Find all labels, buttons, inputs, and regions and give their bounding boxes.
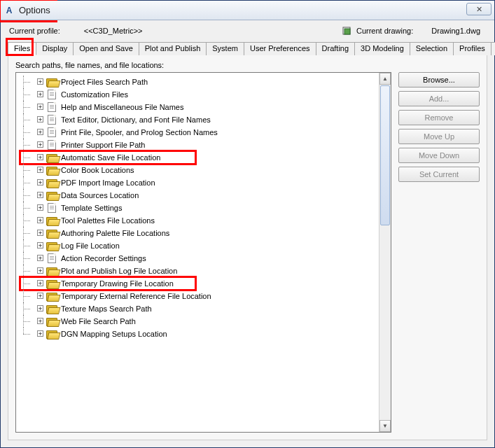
- tab-userpref[interactable]: User Preferences: [244, 42, 316, 55]
- folder-open-icon: [46, 190, 57, 200]
- tree-item[interactable]: +Text Editor, Dictionary, and Font File …: [18, 113, 389, 126]
- expand-icon[interactable]: +: [37, 255, 43, 261]
- tree-lines: [18, 239, 37, 252]
- expand-icon[interactable]: +: [37, 204, 43, 211]
- tab-drafting[interactable]: Drafting: [316, 42, 356, 55]
- tree-item-label: Template Settings: [61, 202, 122, 214]
- expand-icon[interactable]: +: [37, 91, 43, 97]
- tree-item[interactable]: +Web File Search Path: [18, 315, 389, 328]
- tab-files[interactable]: Files: [8, 42, 36, 55]
- tab-aec[interactable]: AEC Editor: [491, 42, 495, 55]
- tree-item[interactable]: +Customization Files: [18, 88, 389, 101]
- tree-lines: [18, 176, 37, 189]
- remove-button[interactable]: Remove: [398, 110, 480, 125]
- tree-item-label: Web File Search Path: [61, 315, 136, 328]
- drawing-label: Current drawing:: [356, 27, 413, 35]
- tree-item-label: Text Editor, Dictionary, and Font File N…: [61, 113, 211, 126]
- side-buttons: Browse... Add... Remove Move Up Move Dow…: [398, 72, 480, 433]
- movedown-button[interactable]: Move Down: [398, 148, 480, 163]
- file-icon: [46, 115, 57, 125]
- folder-open-icon: [46, 304, 57, 314]
- tree-item[interactable]: +Tool Palettes File Locations: [18, 214, 389, 227]
- expand-icon[interactable]: +: [37, 230, 43, 236]
- vertical-scrollbar[interactable]: ▲ ▼: [379, 73, 391, 432]
- tree-item-label: Customization Files: [61, 88, 128, 101]
- tree-item[interactable]: +Action Recorder Settings: [18, 252, 389, 265]
- tree-item[interactable]: +Temporary External Reference File Locat…: [18, 290, 389, 302]
- expand-icon[interactable]: +: [37, 217, 43, 223]
- tab-selection[interactable]: Selection: [410, 42, 454, 55]
- tree-item[interactable]: +DGN Mapping Setups Location: [18, 328, 389, 340]
- titlebar: A Options ✕: [1, 1, 494, 20]
- scroll-down-icon[interactable]: ▼: [379, 420, 391, 432]
- browse-button[interactable]: Browse...: [398, 72, 480, 88]
- expand-icon[interactable]: +: [37, 179, 43, 186]
- tab-plot[interactable]: Plot and Publish: [139, 42, 207, 55]
- tree-lines: [18, 214, 37, 227]
- tree-lines: [18, 164, 37, 176]
- tree-item[interactable]: +Plot and Publish Log File Location: [18, 265, 389, 277]
- expand-icon[interactable]: +: [37, 167, 43, 173]
- tab-profiles[interactable]: Profiles: [453, 42, 491, 55]
- tree-item[interactable]: +Project Files Search Path: [18, 76, 389, 88]
- expand-icon[interactable]: +: [37, 293, 43, 299]
- tree-item[interactable]: +Help and Miscellaneous File Names: [18, 101, 389, 113]
- folder-open-icon: [46, 77, 57, 87]
- expand-icon[interactable]: +: [37, 318, 43, 324]
- tab-system[interactable]: System: [206, 42, 244, 55]
- add-button[interactable]: Add...: [398, 91, 480, 106]
- expand-icon[interactable]: +: [37, 78, 43, 85]
- tree-item[interactable]: +Template Settings: [18, 202, 389, 214]
- expand-icon[interactable]: +: [37, 192, 43, 198]
- expand-icon[interactable]: +: [37, 116, 43, 122]
- folder-open-icon: [46, 153, 57, 162]
- tab-3d[interactable]: 3D Modeling: [354, 42, 410, 55]
- tree-item[interactable]: +Printer Support File Path: [18, 139, 389, 151]
- expand-icon[interactable]: +: [37, 104, 43, 110]
- scroll-up-icon[interactable]: ▲: [379, 73, 391, 85]
- folder-open-icon: [46, 279, 57, 288]
- tab-display[interactable]: Display: [36, 42, 74, 55]
- tree-item[interactable]: +Automatic Save File Location: [18, 151, 389, 164]
- tree-item[interactable]: +Log File Location: [18, 239, 389, 252]
- tree-item[interactable]: +Temporary Drawing File Location: [18, 277, 389, 290]
- tree-item-label: Temporary External Reference File Locati…: [61, 290, 211, 302]
- tree-item[interactable]: +Authoring Palette File Locations: [18, 227, 389, 239]
- expand-icon[interactable]: +: [37, 154, 43, 160]
- tree-item[interactable]: +Print File, Spooler, and Prolog Section…: [18, 126, 389, 139]
- file-icon: [46, 90, 57, 99]
- expand-icon[interactable]: +: [37, 330, 43, 337]
- tree-item[interactable]: +Data Sources Location: [18, 189, 389, 202]
- expand-icon[interactable]: +: [37, 267, 43, 274]
- tree-lines: [18, 277, 37, 290]
- tree-item-label: Tool Palettes File Locations: [61, 214, 155, 227]
- drawing-value: Drawing1.dwg: [431, 27, 480, 35]
- tree-lines: [18, 265, 37, 277]
- tree-lines: [18, 302, 37, 315]
- tree-lines: [18, 252, 37, 265]
- tree-item-label: Print File, Spooler, and Prolog Section …: [61, 126, 218, 139]
- tree-item[interactable]: +Texture Maps Search Path: [18, 302, 389, 315]
- close-button[interactable]: ✕: [466, 3, 491, 15]
- tree-item-label: Printer Support File Path: [61, 139, 145, 151]
- tree-item-label: Automatic Save File Location: [61, 151, 160, 164]
- tree-item[interactable]: +PDF Import Image Location: [18, 176, 389, 189]
- expand-icon[interactable]: +: [37, 141, 43, 148]
- moveup-button[interactable]: Move Up: [398, 129, 480, 144]
- tree-item-label: PDF Import Image Location: [61, 176, 155, 189]
- folder-open-icon: [46, 178, 57, 188]
- setcurrent-button[interactable]: Set Current: [398, 167, 480, 182]
- scroll-thumb[interactable]: [380, 85, 390, 225]
- expand-icon[interactable]: +: [37, 280, 43, 286]
- file-icon: [46, 127, 57, 137]
- expand-icon[interactable]: +: [37, 242, 43, 248]
- drawing-icon: [342, 26, 352, 36]
- tree-item-label: Texture Maps Search Path: [61, 302, 152, 315]
- tree-item[interactable]: +Color Book Locations: [18, 164, 389, 176]
- tab-open[interactable]: Open and Save: [73, 42, 139, 55]
- tree-lines: [18, 202, 37, 214]
- file-tree[interactable]: +Project Files Search Path+Customization…: [16, 73, 391, 432]
- tree-lines: [18, 227, 37, 239]
- expand-icon[interactable]: +: [37, 129, 43, 135]
- expand-icon[interactable]: +: [37, 305, 43, 312]
